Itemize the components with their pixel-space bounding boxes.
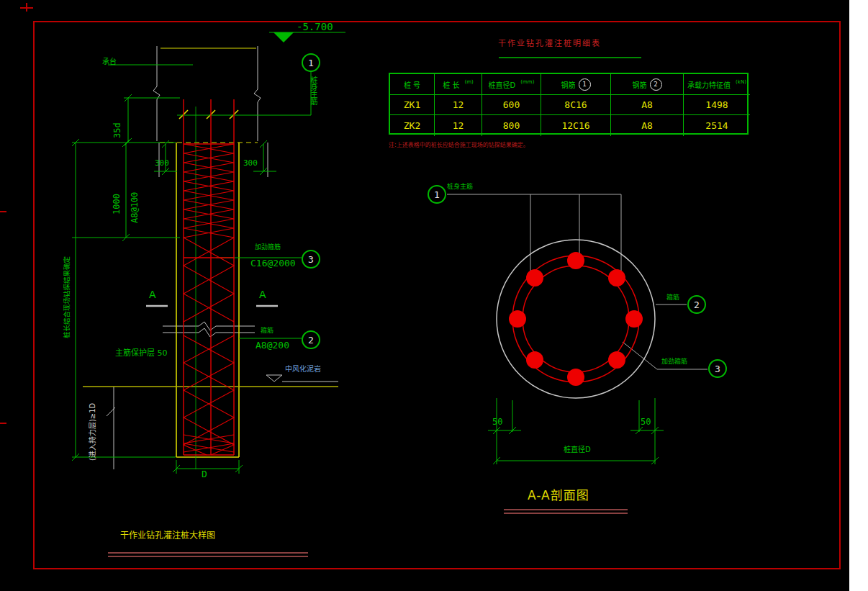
stiffener-spec: C16@2000 <box>250 258 296 268</box>
section-circles <box>497 240 655 398</box>
header-unit: (mm) <box>520 79 534 85</box>
cell-zk1-diameter: 600 <box>482 95 541 115</box>
callout-3-left-num: 3 <box>308 254 314 265</box>
callout-3-section: 3 <box>708 359 727 378</box>
callout-3-left: 3 <box>302 250 320 269</box>
cell-zk1-length: 12 <box>435 95 482 115</box>
detail-title: 干作业钻孔灌注桩大样图 <box>120 531 215 540</box>
col-header-rebar-2: 钢筋 2 <box>611 74 684 95</box>
hoop-label: 箍筋 <box>261 328 273 334</box>
header-unit: (kN) <box>736 79 746 85</box>
header-label: 桩直径D <box>489 79 516 90</box>
callout-2-left-num: 2 <box>308 335 314 346</box>
cell-zk2-rebar2: A8 <box>611 115 684 136</box>
cad-canvas: -5.700 承台 桩身主筋 35d 300 300 1000 A8@100 加… <box>0 0 868 591</box>
callout-2-section-num: 2 <box>694 299 700 310</box>
schedule-title: 干作业钻孔灌注桩明细表 <box>498 40 601 48</box>
cell-zk1-capacity: 1498 <box>684 95 750 115</box>
col-header-rebar-1: 钢筋 1 <box>541 74 611 95</box>
section-mark-right: A <box>259 289 266 299</box>
pile-schedule-table: 桩 号 桩 长 (m) 桩直径D (mm) 钢筋 1 钢筋 2 承载力特征值 (… <box>389 73 749 135</box>
paper-edge <box>849 0 868 591</box>
circled-2-icon: 2 <box>650 78 662 91</box>
cap-label: 承台 <box>102 58 117 66</box>
section-title: A-A剖面图 <box>528 490 589 502</box>
header-label: 钢筋 <box>633 79 647 90</box>
soil-label: 中风化泥岩 <box>285 366 321 373</box>
callout-1-section-num: 1 <box>434 189 440 200</box>
section-mark-left: A <box>149 289 156 299</box>
section-hoop-label: 箍筋 <box>666 294 679 301</box>
section-stiffener-label: 加劲箍筋 <box>661 358 687 365</box>
section-main-bars-label: 桩身主筋 <box>447 184 473 190</box>
callout-1-left: 1 <box>302 53 320 72</box>
cell-zk2-rebar1: 12C16 <box>541 115 611 136</box>
cover-note: 主筋保护层 50 <box>115 349 168 357</box>
callout-2-section: 2 <box>687 295 706 314</box>
callout-2-left: 2 <box>302 330 320 349</box>
cell-zk2-diameter: 800 <box>482 115 541 136</box>
callout-1-left-num: 1 <box>308 58 314 68</box>
dim-300-right: 300 <box>243 159 258 167</box>
dim-300-left: 300 <box>155 159 169 167</box>
section-leaders <box>447 194 707 369</box>
dense-hoop-spec: A8@100 <box>130 192 139 223</box>
callout-3-section-num: 3 <box>715 364 720 374</box>
header-label: 承载力特征值 <box>687 79 731 90</box>
cell-zk2-length: 12 <box>435 115 482 136</box>
hoop-spec: A8@200 <box>256 340 289 350</box>
col-header-pile-length: 桩 长 (m) <box>435 74 482 95</box>
cover-dim-left: 50 <box>492 418 502 426</box>
red-rebar <box>184 99 234 455</box>
cell-zk1-rebar2: A8 <box>611 95 684 115</box>
header-unit: (m) <box>464 79 473 85</box>
col-header-pile-no: 桩 号 <box>390 74 435 95</box>
col-header-diameter: 桩直径D (mm) <box>482 74 541 95</box>
elevation-value: -5.700 <box>297 22 333 32</box>
cell-zk2-capacity: 2514 <box>684 115 750 136</box>
stiffener-label: 加劲箍筋 <box>255 244 281 251</box>
dim-diameter: D <box>202 469 207 479</box>
callout-1-section: 1 <box>428 185 446 204</box>
cell-zk2-no: ZK2 <box>390 115 435 136</box>
circled-1-icon: 1 <box>579 78 591 91</box>
cell-zk1-no: ZK1 <box>390 95 435 115</box>
cell-zk1-rebar1: 8C16 <box>541 95 611 115</box>
embed-depth-note: (进入持力层)≥1D <box>89 403 96 461</box>
pile-length-note: 桩长结合现场钻探结果确定 <box>63 256 71 338</box>
section-diameter-label: 桩直径D <box>564 446 591 454</box>
header-label: 钢筋 <box>561 79 576 90</box>
header-label: 桩 长 <box>443 79 459 90</box>
anchor-bars-label: 桩身主筋 <box>309 76 317 105</box>
dim-1000: 1000 <box>112 194 121 215</box>
main-bar-dots <box>509 252 643 386</box>
col-header-capacity: 承载力特征值 (kN) <box>684 74 750 95</box>
header-label: 桩 号 <box>404 79 420 90</box>
cover-dim-right: 50 <box>641 418 651 426</box>
schedule-note: 注:上述表格中的桩长应结合施工现场的钻探结果确定。 <box>389 143 529 148</box>
dim-anchor-length: 35d <box>113 122 122 138</box>
